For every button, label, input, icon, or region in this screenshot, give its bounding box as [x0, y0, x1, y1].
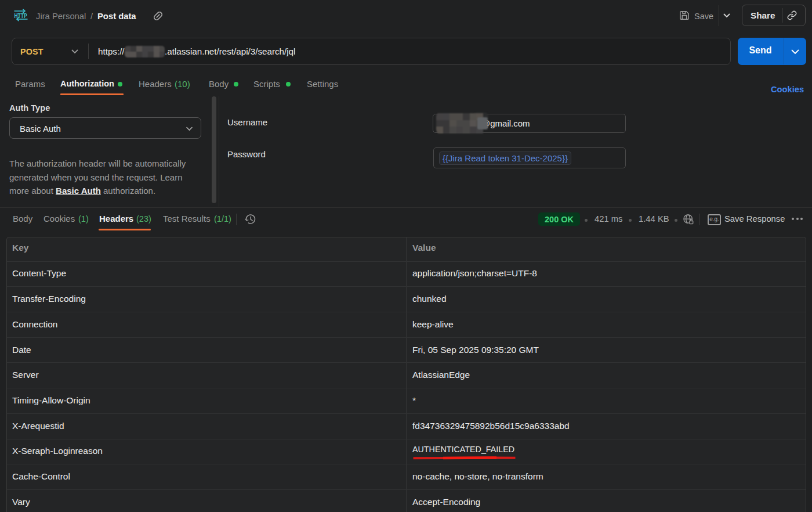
svg-text:HTTP: HTTP: [14, 13, 27, 19]
